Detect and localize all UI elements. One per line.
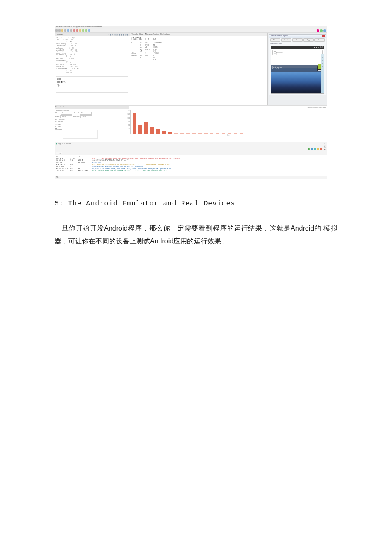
radio-sms[interactable]: ( ) SMS xyxy=(55,126,128,128)
toolbar-icon[interactable] xyxy=(76,29,78,32)
toolbar-icon[interactable] xyxy=(64,29,66,32)
logcat-tab[interactable]: LogCat xyxy=(58,142,63,145)
alloc-xlabel: Size xyxy=(130,135,326,136)
re-line: Re xyxy=(57,81,61,83)
filter-i-icon xyxy=(314,148,316,150)
status-line: Sbz xyxy=(55,176,327,179)
menu-refactor[interactable]: Refactor xyxy=(63,26,69,28)
message-input[interactable] xyxy=(63,130,98,139)
emulator-control-panel: Emulator Control Telephony Status Voice:… xyxy=(55,106,129,142)
signal-icon: ▮ xyxy=(314,47,315,49)
data-label: Data: xyxy=(55,115,60,117)
search-icon xyxy=(274,51,277,54)
mid-title2: 1 1MIL1 : K1 > xyxy=(131,38,142,40)
tab-threads[interactable]: Threads xyxy=(131,33,138,35)
battery-icon: ▮ xyxy=(318,47,319,49)
menu-navigate[interactable]: Navigate xyxy=(73,26,80,28)
refresh-button[interactable]: Refresh xyxy=(270,38,280,42)
toolbar-icon[interactable] xyxy=(67,29,69,32)
tab-file-explorer[interactable]: File Explorer xyxy=(160,33,170,35)
re-line: 坏i xyxy=(57,84,127,87)
toolbar-icon[interactable] xyxy=(61,29,63,32)
alloc-title: Allocation count per size xyxy=(130,107,326,109)
speed-select[interactable]: Full xyxy=(80,112,92,115)
console-tab[interactable]: Console xyxy=(64,142,71,145)
menu-edit[interactable]: Edit xyxy=(59,26,62,28)
devices-panel: Devices ● ▮ ◆ ◻ ▣ ▮ ▮ ▮ ◉ ▮ Yftcvjmi Xxr… xyxy=(55,33,130,105)
tab-heap[interactable]: Heap xyxy=(139,33,144,35)
close-icon[interactable] xyxy=(322,35,325,37)
save-button[interactable]: Save xyxy=(292,38,303,42)
logcat-panel: ◆ LogCat Console + ◢ — ▣ Log h=^A1Hi H W… xyxy=(55,142,327,176)
re-line: gm xyxy=(57,78,127,81)
log-level-filters[interactable]: + ◢ — ▣ xyxy=(307,143,326,151)
log-table[interactable]: h=^A1Hi H W(1 PSVv . l tims failed: java… xyxy=(55,155,327,176)
figure-caption: 5: The Android Emulator and Real Devices xyxy=(55,198,337,211)
toolbar-icon[interactable] xyxy=(73,29,75,32)
ide-toolbar xyxy=(55,29,327,33)
latency-select[interactable]: None xyxy=(80,115,92,118)
done-button[interactable]: Done xyxy=(314,38,325,42)
toolbar-icon[interactable] xyxy=(70,29,72,32)
perspective-ddms-icon xyxy=(320,29,323,32)
capture-title: Device Screen Capture xyxy=(270,35,322,37)
log-subtab[interactable]: Log xyxy=(56,152,62,154)
screen-capture-dialog: Device Screen Capture Refresh Rotate Sav… xyxy=(269,34,326,95)
emu-tab[interactable]: Emulator Control xyxy=(55,106,129,109)
mid-eh: EH •5 xyxy=(145,38,149,40)
page-indicator xyxy=(271,92,324,92)
toolbar-icon[interactable] xyxy=(55,29,58,32)
mid-columns: Im .iIf tupW.EtaZi CMWoaM#IJA JSft MH2^ … xyxy=(131,42,266,61)
filter-e-icon xyxy=(320,148,322,150)
voice-select[interactable]: home xyxy=(61,112,72,115)
copy-button[interactable]: Copy xyxy=(303,38,314,42)
perspective-switcher[interactable] xyxy=(317,29,326,32)
rotate-button[interactable]: Rotate xyxy=(281,38,291,42)
devices-list[interactable]: Yftcvjmi Xxr E|La73l·no-d^IniltKl;:a r 0… xyxy=(56,37,128,74)
filter-d-icon xyxy=(311,148,313,150)
actions-label: D^nYoH(hTl~ xyxy=(55,119,128,121)
allocation-panel: Allocation count per size 15001250100075… xyxy=(129,106,327,142)
perspective-debug-icon xyxy=(323,29,326,32)
ide-screenshot: File Edit Refactor Run Navigate Search P… xyxy=(55,26,327,179)
menu-window[interactable]: Window xyxy=(92,26,98,28)
data-select[interactable]: home xyxy=(60,115,72,118)
menu-file[interactable]: File xyxy=(56,26,58,28)
toolbar-icon[interactable] xyxy=(85,29,87,32)
filter-v-icon xyxy=(308,148,310,150)
message-label: Message xyxy=(55,128,62,130)
phone-statusbar: ▮ ◆ ▮ 10:21 xyxy=(271,46,324,49)
latency-label: Latency: xyxy=(73,115,80,117)
devices-tab[interactable]: Devices xyxy=(56,33,63,36)
phone-search[interactable]: Google xyxy=(272,50,323,55)
re-box: gm Re ■ ✎ 坏i xyxy=(56,76,128,92)
phone-side-strip xyxy=(321,54,324,93)
speed-label: Speed: xyxy=(74,112,79,114)
devices-toolbar-icons[interactable]: ● ▮ ◆ ◻ ▣ ▮ ▮ ▮ ◉ ▮ xyxy=(108,33,128,36)
center-panel: Threads Heap Allocation Tracker File Exp… xyxy=(130,33,267,105)
radio-voice[interactable]: ® Voice xyxy=(55,124,128,126)
toolbar-icon[interactable] xyxy=(58,29,61,32)
phone-hint-banner: See all your apps. Touch the Launcher ic… xyxy=(271,65,324,72)
voice-label: Voice: xyxy=(55,112,60,114)
captured-image-label: Captured image xyxy=(269,43,326,45)
perspective-java-icon xyxy=(317,29,319,32)
mid-kro: ^<KrO xyxy=(152,38,156,40)
emu-sub: VI O A V1..... xyxy=(55,121,128,123)
toolbar-icon[interactable] xyxy=(88,29,90,32)
google-label: Google xyxy=(277,52,283,54)
menu-search[interactable]: Search xyxy=(80,26,86,28)
logcat-icon: ◆ xyxy=(56,142,57,145)
tab-alloc-tracker[interactable]: Allocation Tracker xyxy=(145,33,159,35)
menu-project[interactable]: Project xyxy=(86,26,91,28)
menu-help[interactable]: Help xyxy=(98,26,102,28)
toolbar-icon[interactable] xyxy=(79,29,81,32)
capture-area: Device Screen Capture Refresh Rotate Sav… xyxy=(267,33,327,105)
wifi-icon: ◆ xyxy=(316,47,317,49)
filter-w-icon xyxy=(317,148,319,150)
alloc-chart: 1500125010007505002500 xyxy=(130,110,326,134)
telephony-section: Telephony Status xyxy=(55,110,128,112)
menu-run[interactable]: Run xyxy=(69,26,72,28)
ide-menubar: File Edit Refactor Run Navigate Search P… xyxy=(55,26,327,29)
toolbar-icon[interactable] xyxy=(82,29,84,32)
